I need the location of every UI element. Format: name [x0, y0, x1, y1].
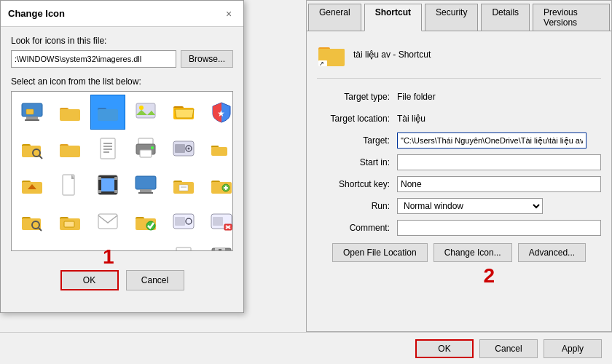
run-select[interactable]: Normal window [397, 198, 543, 214]
svg-rect-3 [26, 109, 34, 114]
tab-general[interactable]: General [308, 4, 361, 31]
icon-cell[interactable] [128, 204, 163, 239]
bottom-right-cancel-button[interactable]: Cancel [479, 339, 538, 358]
icon-cell[interactable]: ★ [204, 95, 233, 130]
file-input-row: Browse... [11, 50, 233, 68]
icon-folder3 [20, 246, 44, 251]
start-in-row: Start in: [317, 154, 601, 170]
svg-point-9 [139, 106, 144, 110]
icon-folder-yellow [58, 100, 82, 124]
icon-cell[interactable] [166, 204, 201, 239]
target-input[interactable] [397, 132, 586, 149]
icon-printer2 [172, 246, 195, 251]
svg-rect-18 [60, 146, 80, 157]
shortcut-key-row: Shortcut key: [317, 176, 601, 192]
icon-cell[interactable] [204, 131, 233, 166]
svg-rect-40 [98, 177, 101, 180]
step1-number: 1 [103, 245, 114, 269]
step2-number: 2 [483, 264, 495, 288]
icon-cell[interactable] [204, 204, 233, 239]
icon-cell[interactable] [90, 95, 125, 130]
file-icon: ↗ [317, 40, 346, 69]
icon-cell[interactable] [166, 240, 201, 251]
icon-cell[interactable] [166, 95, 201, 130]
icon-cell[interactable] [15, 204, 50, 239]
props-content: ↗ tài liệu av - Shortcut Target type: Fi… [307, 31, 611, 271]
action-buttons: Open File Location Change Icon... Advanc… [317, 243, 601, 262]
svg-rect-42 [114, 177, 117, 180]
icon-folder-globe [134, 246, 157, 251]
icon-monitor-folder [20, 100, 44, 124]
target-type-row: Target type: File folder [317, 89, 601, 105]
file-path-input[interactable] [11, 50, 176, 68]
ok-button[interactable]: OK [60, 270, 119, 290]
svg-rect-44 [136, 176, 156, 189]
icon-cell[interactable] [15, 95, 50, 130]
svg-rect-33 [211, 147, 227, 156]
file-label: Look for icons in this file: [11, 36, 233, 46]
bottom-right-apply-button[interactable]: Apply [544, 339, 602, 358]
comment-input[interactable] [397, 220, 601, 236]
start-in-input[interactable] [397, 154, 601, 170]
svg-rect-29 [175, 144, 185, 153]
comment-row: Comment: [317, 220, 601, 236]
dialog-title: Change Icon [8, 8, 65, 19]
icon-cell[interactable] [52, 204, 87, 239]
icon-folder-inner [58, 210, 82, 233]
icon-cell[interactable] [52, 240, 87, 251]
dialog-body: Look for icons in this file: Browse... S… [1, 27, 243, 260]
tab-shortcut[interactable]: Shortcut [364, 4, 422, 31]
icon-cell[interactable] [90, 204, 125, 239]
icon-document-lines [96, 137, 119, 160]
change-icon-button[interactable]: Change Icon... [434, 243, 512, 262]
browse-button[interactable]: Browse... [181, 50, 233, 68]
target-row: Target: [317, 132, 601, 149]
icon-cell[interactable] [166, 167, 201, 202]
icon-grid-container[interactable]: ★ [11, 91, 233, 251]
change-icon-dialog: Change Icon × Look for icons in this fil… [0, 0, 244, 313]
icon-folder-yellow [58, 137, 82, 160]
icon-folder-magnify [20, 210, 44, 233]
open-file-location-button[interactable]: Open File Location [332, 243, 428, 262]
icon-folder-blue [96, 100, 119, 124]
icon-cell[interactable] [204, 240, 233, 251]
icon-cell[interactable] [90, 131, 125, 166]
tab-security[interactable]: Security [425, 4, 478, 31]
icon-cell[interactable] [15, 240, 50, 251]
bottom-right-ok-button[interactable]: OK [415, 339, 474, 358]
run-label: Run: [317, 201, 397, 211]
icon-cell[interactable] [52, 131, 87, 166]
svg-rect-62 [64, 221, 74, 227]
icon-cell[interactable] [52, 167, 87, 202]
svg-rect-71 [213, 217, 223, 226]
icon-film [96, 173, 119, 197]
svg-rect-43 [114, 190, 117, 193]
icon-cell[interactable] [90, 167, 125, 202]
svg-text:↗: ↗ [319, 60, 324, 67]
svg-rect-63 [98, 214, 117, 229]
tab-previous-versions[interactable]: Previous Versions [533, 4, 610, 31]
svg-rect-19 [101, 138, 115, 159]
icon-cell[interactable] [128, 240, 163, 251]
icon-folder-search [20, 137, 44, 160]
icon-cell[interactable] [128, 95, 163, 130]
icon-cell[interactable] [166, 131, 201, 166]
target-type-value: File folder [397, 92, 436, 102]
icon-cell[interactable] [204, 167, 233, 202]
icon-cell[interactable] [128, 167, 163, 202]
icon-floppy [210, 246, 233, 251]
shortcut-key-input[interactable] [397, 176, 601, 192]
icon-cell[interactable] [15, 167, 50, 202]
icon-file [58, 173, 82, 197]
bottom-bar-right: OK Cancel Apply [306, 332, 612, 364]
icon-cell[interactable] [52, 95, 87, 130]
cancel-button[interactable]: Cancel [126, 270, 184, 290]
icon-cell[interactable] [128, 131, 163, 166]
icon-check-folder [134, 210, 157, 233]
tab-details[interactable]: Details [481, 4, 530, 31]
icon-letter [96, 210, 119, 233]
close-button[interactable]: × [221, 7, 236, 21]
icon-image [134, 100, 157, 124]
icon-cell[interactable] [15, 131, 50, 166]
advanced-button[interactable]: Advanced... [518, 243, 586, 262]
